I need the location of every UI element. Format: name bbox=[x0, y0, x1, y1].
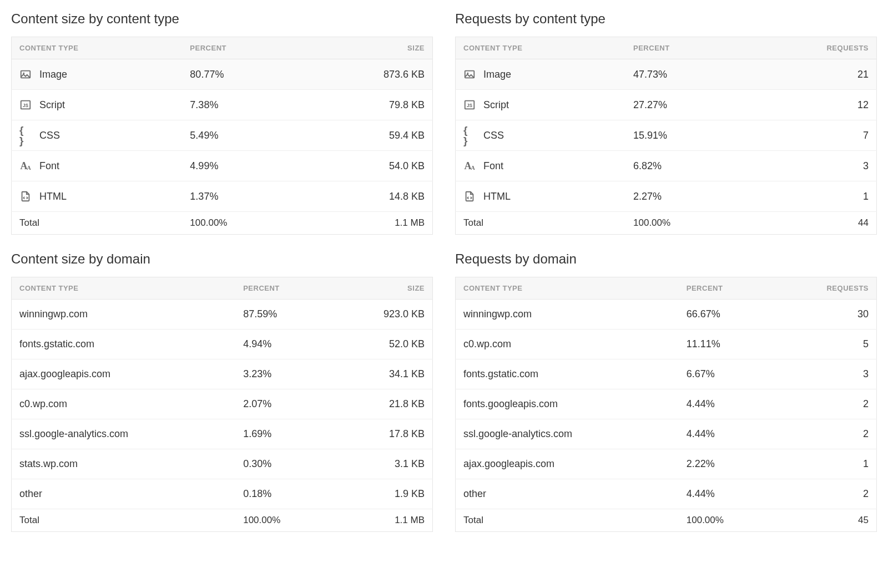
panel-size-by-type: Content size by content type CONTENT TYP… bbox=[11, 11, 433, 235]
row-percent: 4.94% bbox=[235, 330, 330, 359]
row-value: 3.1 KB bbox=[330, 449, 432, 479]
row-label: winningwp.com bbox=[463, 308, 532, 320]
total-value: 45 bbox=[773, 509, 876, 532]
row-label: other bbox=[19, 488, 42, 500]
row-percent: 4.44% bbox=[679, 479, 773, 509]
row-value: 17.8 KB bbox=[330, 419, 432, 449]
row-percent: 5.49% bbox=[182, 120, 302, 151]
table-row: fonts.gstatic.com4.94%52.0 KB bbox=[12, 330, 433, 359]
script-icon: JS bbox=[463, 99, 476, 111]
row-value: 1.9 KB bbox=[330, 479, 432, 509]
col-requests: REQUESTS bbox=[773, 277, 876, 300]
row-label: Font bbox=[39, 160, 59, 172]
table-row: winningwp.com87.59%923.0 KB bbox=[12, 300, 433, 330]
row-percent: 1.37% bbox=[182, 181, 302, 212]
table-row: Image80.77%873.6 KB bbox=[12, 59, 433, 90]
row-label: c0.wp.com bbox=[19, 398, 67, 410]
total-label: Total bbox=[12, 509, 236, 532]
svg-text:JS: JS bbox=[23, 103, 29, 108]
row-percent: 2.07% bbox=[235, 389, 330, 419]
row-value: 21.8 KB bbox=[330, 389, 432, 419]
table-row: { }CSS5.49%59.4 KB bbox=[12, 120, 433, 151]
total-value: 44 bbox=[745, 212, 876, 235]
table-row: AAFont6.82%3 bbox=[456, 151, 877, 181]
row-percent: 66.67% bbox=[679, 300, 773, 330]
row-value: 3 bbox=[773, 359, 876, 389]
script-icon: JS bbox=[19, 99, 32, 111]
table-row: HTML1.37%14.8 KB bbox=[12, 181, 433, 212]
font-icon: AA bbox=[463, 160, 476, 172]
row-value: 1 bbox=[745, 181, 876, 212]
row-percent: 4.44% bbox=[679, 419, 773, 449]
table-row: JSScript27.27%12 bbox=[456, 90, 877, 120]
table-row: HTML2.27%1 bbox=[456, 181, 877, 212]
row-percent: 80.77% bbox=[182, 59, 302, 90]
table-row: other4.44%2 bbox=[456, 479, 877, 509]
total-value: 1.1 MB bbox=[330, 509, 432, 532]
svg-text:JS: JS bbox=[467, 103, 473, 108]
html-icon bbox=[463, 190, 476, 202]
row-label: fonts.gstatic.com bbox=[463, 368, 538, 380]
total-percent: 100.00% bbox=[679, 509, 773, 532]
panel-title: Content size by domain bbox=[11, 251, 433, 267]
col-content-type: CONTENT TYPE bbox=[456, 277, 679, 300]
row-value: 52.0 KB bbox=[330, 330, 432, 359]
row-value: 14.8 KB bbox=[302, 181, 432, 212]
row-label: ajax.googleapis.com bbox=[19, 368, 110, 380]
table-row: ssl.google-analytics.com4.44%2 bbox=[456, 419, 877, 449]
col-size: SIZE bbox=[330, 277, 432, 300]
row-label: stats.wp.com bbox=[19, 458, 78, 470]
row-percent: 11.11% bbox=[679, 330, 773, 359]
row-value: 2 bbox=[773, 419, 876, 449]
col-percent: PERCENT bbox=[235, 277, 330, 300]
total-label: Total bbox=[12, 212, 183, 235]
row-label: fonts.gstatic.com bbox=[19, 338, 94, 350]
row-percent: 15.91% bbox=[625, 120, 745, 151]
row-percent: 3.23% bbox=[235, 359, 330, 389]
table-row: ssl.google-analytics.com1.69%17.8 KB bbox=[12, 419, 433, 449]
row-value: 34.1 KB bbox=[330, 359, 432, 389]
row-value: 1 bbox=[773, 449, 876, 479]
row-percent: 27.27% bbox=[625, 90, 745, 120]
row-percent: 1.69% bbox=[235, 419, 330, 449]
table-row: winningwp.com66.67%30 bbox=[456, 300, 877, 330]
row-percent: 6.67% bbox=[679, 359, 773, 389]
row-label: other bbox=[463, 488, 486, 500]
row-value: 30 bbox=[773, 300, 876, 330]
row-label: HTML bbox=[483, 191, 511, 202]
row-value: 12 bbox=[745, 90, 876, 120]
panel-size-by-domain: Content size by domain CONTENT TYPE PERC… bbox=[11, 251, 433, 532]
row-label: CSS bbox=[483, 130, 504, 141]
panel-title: Requests by content type bbox=[455, 11, 877, 27]
row-value: 79.8 KB bbox=[302, 90, 432, 120]
table-row: Image47.73%21 bbox=[456, 59, 877, 90]
table-row: JSScript7.38%79.8 KB bbox=[12, 90, 433, 120]
row-percent: 0.18% bbox=[235, 479, 330, 509]
col-percent: PERCENT bbox=[625, 37, 745, 59]
col-percent: PERCENT bbox=[182, 37, 302, 59]
row-value: 59.4 KB bbox=[302, 120, 432, 151]
table-size-by-domain: CONTENT TYPE PERCENT SIZE winningwp.com8… bbox=[11, 277, 433, 532]
col-content-type: CONTENT TYPE bbox=[12, 37, 183, 59]
row-label: HTML bbox=[39, 191, 67, 202]
row-label: Image bbox=[483, 69, 511, 80]
row-value: 2 bbox=[773, 479, 876, 509]
row-value: 54.0 KB bbox=[302, 151, 432, 181]
row-label: Script bbox=[39, 99, 65, 111]
svg-point-5 bbox=[467, 73, 468, 74]
svg-point-1 bbox=[23, 73, 24, 74]
col-content-type: CONTENT TYPE bbox=[456, 37, 626, 59]
row-percent: 6.82% bbox=[625, 151, 745, 181]
panel-requests-by-domain: Requests by domain CONTENT TYPE PERCENT … bbox=[455, 251, 877, 532]
row-label: c0.wp.com bbox=[463, 338, 511, 350]
table-requests-by-type: CONTENT TYPE PERCENT REQUESTS Image47.73… bbox=[455, 37, 877, 235]
row-label: Font bbox=[483, 160, 503, 172]
total-label: Total bbox=[456, 509, 679, 532]
row-percent: 4.99% bbox=[182, 151, 302, 181]
table-row: fonts.gstatic.com6.67%3 bbox=[456, 359, 877, 389]
row-label: Image bbox=[39, 69, 67, 80]
row-value: 5 bbox=[773, 330, 876, 359]
total-label: Total bbox=[456, 212, 626, 235]
row-label: ssl.google-analytics.com bbox=[463, 428, 572, 440]
row-label: ajax.googleapis.com bbox=[463, 458, 554, 470]
